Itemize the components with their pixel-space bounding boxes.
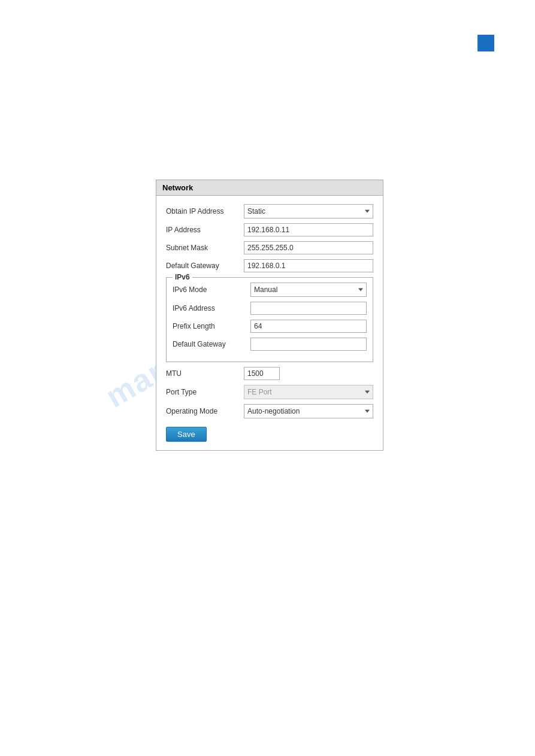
ip-address-row: IP Address	[166, 223, 373, 236]
default-gateway-input[interactable]	[244, 259, 373, 272]
ipv6-mode-label: IPv6 Mode	[173, 286, 250, 294]
operating-mode-label: Operating Mode	[166, 407, 244, 415]
subnet-mask-input[interactable]	[244, 241, 373, 254]
prefix-length-label: Prefix Length	[173, 322, 250, 330]
ipv6-address-label: IPv6 Address	[173, 304, 250, 312]
obtain-ip-select-wrapper[interactable]: Static DHCP	[244, 204, 373, 218]
save-button[interactable]: Save	[166, 427, 207, 442]
default-gateway-row: Default Gateway	[166, 259, 373, 272]
subnet-mask-label: Subnet Mask	[166, 244, 244, 252]
subnet-mask-row: Subnet Mask	[166, 241, 373, 254]
panel-header: Network	[156, 180, 383, 196]
obtain-ip-label: Obtain IP Address	[166, 207, 244, 215]
ip-address-label: IP Address	[166, 226, 244, 234]
ipv6-gateway-input[interactable]	[250, 338, 367, 351]
ipv6-legend: IPv6	[173, 273, 192, 281]
ipv6-group: IPv6 IPv6 Mode Manual Auto DHCPv6	[166, 277, 373, 362]
port-type-select[interactable]: FE Port GE Port	[244, 385, 373, 399]
operating-mode-select[interactable]: Auto-negotiation 10M Half 10M Full 100M …	[244, 404, 373, 418]
obtain-ip-row: Obtain IP Address Static DHCP	[166, 204, 373, 218]
mtu-input[interactable]	[244, 367, 280, 380]
blue-square-indicator	[477, 35, 494, 51]
port-type-label: Port Type	[166, 388, 244, 396]
network-panel: Network Obtain IP Address Static DHCP	[156, 180, 383, 451]
ip-address-input[interactable]	[244, 223, 373, 236]
port-type-row: Port Type FE Port GE Port	[166, 385, 373, 399]
ipv6-address-row: IPv6 Address	[173, 302, 367, 315]
panel-title: Network	[162, 183, 193, 192]
mtu-row: MTU	[166, 367, 373, 380]
prefix-length-row: Prefix Length	[173, 320, 367, 333]
ipv6-gateway-row: Default Gateway	[173, 338, 367, 351]
ipv6-mode-select-wrapper[interactable]: Manual Auto DHCPv6	[250, 283, 367, 297]
ipv6-gateway-label: Default Gateway	[173, 340, 250, 348]
ipv6-mode-row: IPv6 Mode Manual Auto DHCPv6	[173, 283, 367, 297]
panel-body: Obtain IP Address Static DHCP IP Address	[156, 196, 383, 450]
operating-mode-select-wrapper[interactable]: Auto-negotiation 10M Half 10M Full 100M …	[244, 404, 373, 418]
page-container: manualshlve.com Network Obtain IP Addres…	[0, 0, 535, 756]
default-gateway-label: Default Gateway	[166, 262, 244, 270]
network-panel-wrapper: Network Obtain IP Address Static DHCP	[156, 180, 383, 451]
ipv6-address-input[interactable]	[250, 302, 367, 315]
ipv6-mode-select[interactable]: Manual Auto DHCPv6	[250, 283, 367, 297]
obtain-ip-select[interactable]: Static DHCP	[244, 204, 373, 218]
port-type-select-wrapper[interactable]: FE Port GE Port	[244, 385, 373, 399]
mtu-label: MTU	[166, 369, 244, 378]
operating-mode-row: Operating Mode Auto-negotiation 10M Half…	[166, 404, 373, 418]
prefix-length-input[interactable]	[250, 320, 367, 333]
